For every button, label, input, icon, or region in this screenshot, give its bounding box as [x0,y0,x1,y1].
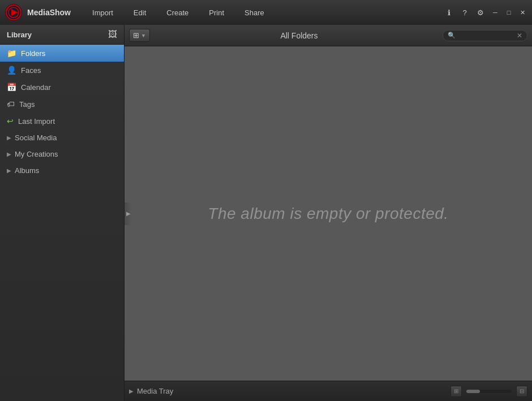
sidebar-item-folders-label: Folders [21,49,45,58]
library-title: Library [7,31,32,39]
view-mode-icon: ⊞ [133,31,139,40]
sidebar-item-calendar[interactable]: 📅 Calendar [0,79,124,96]
collapse-handle[interactable]: ▶ [125,202,132,225]
sidebar-group-social-media-label: Social Media [15,133,57,142]
social-media-arrow-icon: ▶ [7,135,11,141]
tray-slider[interactable] [466,390,512,393]
albums-arrow-icon: ▶ [7,167,11,174]
nav-print[interactable]: Print [199,5,234,20]
nav-share[interactable]: Share [234,5,274,20]
faces-icon: 👤 [7,66,16,75]
content-header: ⊞ ▼ All Folders 🔍 ✕ [125,25,532,46]
content-main: ▶ The album is empty or protected. [125,46,532,381]
search-clear-icon[interactable]: ✕ [517,32,522,40]
nav-create[interactable]: Create [156,5,199,20]
media-tray-label: Media Tray [137,387,451,395]
help-button[interactable]: ? [458,6,471,19]
sidebar-group-my-creations[interactable]: ▶ My Creations [0,146,124,162]
app-title: MediaShow [27,8,71,17]
main-layout: Library 🖼 📁 Folders 👤 Faces 📅 Calendar 🏷… [0,25,532,401]
close-button[interactable]: ✕ [517,7,527,18]
folder-title: All Folders [156,31,443,40]
maximize-button[interactable]: □ [504,7,514,18]
sidebar-group-my-creations-label: My Creations [15,150,58,158]
sidebar-item-faces-label: Faces [21,66,41,75]
info-button[interactable]: ℹ [443,6,455,19]
search-bar: 🔍 ✕ [443,30,527,41]
media-tray-expand-icon[interactable]: ▶ [129,388,134,394]
sidebar-item-tags[interactable]: 🏷 Tags [0,96,124,113]
sidebar-item-tags-label: Tags [19,100,35,109]
lastimport-icon: ↩ [7,117,14,126]
nav-edit[interactable]: Edit [123,5,156,20]
tray-grid-button[interactable]: ⊞ [451,386,462,397]
settings-button[interactable]: ⚙ [474,6,487,19]
tag-icon: 🏷 [7,100,15,109]
empty-message: The album is empty or protected. [208,205,448,223]
view-toggle: ⊞ ▼ [129,29,150,42]
my-creations-arrow-icon: ▶ [7,151,11,157]
collapse-arrow-icon: ▶ [126,210,131,217]
sidebar-item-calendar-label: Calendar [21,83,51,92]
sidebar-group-albums[interactable]: ▶ Albums [0,162,124,179]
nav-menu: Import Edit Create Print Share [82,5,443,20]
titlebar-actions: ℹ ? ⚙ ─ □ ✕ [443,6,527,19]
library-icon: 🖼 [108,29,117,40]
content-area: ⊞ ▼ All Folders 🔍 ✕ ▶ The album is empty… [125,25,532,401]
view-dropdown-arrow-icon: ▼ [141,33,146,38]
search-input[interactable] [458,32,514,40]
sidebar-item-lastimport[interactable]: ↩ Last Import [0,113,124,130]
tray-controls: ⊞ ⊟ [451,386,527,397]
sidebar-group-social-media[interactable]: ▶ Social Media [0,130,124,146]
folder-icon: 📁 [7,49,16,58]
search-icon: 🔍 [448,32,456,39]
sidebar-item-folders[interactable]: 📁 Folders [0,45,124,62]
tray-size-button[interactable]: ⊟ [516,386,527,397]
library-header: Library 🖼 [0,25,124,45]
sidebar-item-lastimport-label: Last Import [18,117,55,126]
titlebar: MediaShow Import Edit Create Print Share… [0,0,532,25]
nav-import[interactable]: Import [82,5,123,20]
view-mode-button[interactable]: ⊞ ▼ [129,29,150,42]
tray-slider-fill [466,390,480,393]
sidebar: Library 🖼 📁 Folders 👤 Faces 📅 Calendar 🏷… [0,25,125,401]
media-tray: ▶ Media Tray ⊞ ⊟ [125,381,532,401]
calendar-icon: 📅 [7,83,16,92]
sidebar-group-albums-label: Albums [15,166,39,175]
minimize-button[interactable]: ─ [490,7,500,18]
app-logo [5,3,23,21]
sidebar-item-faces[interactable]: 👤 Faces [0,62,124,79]
